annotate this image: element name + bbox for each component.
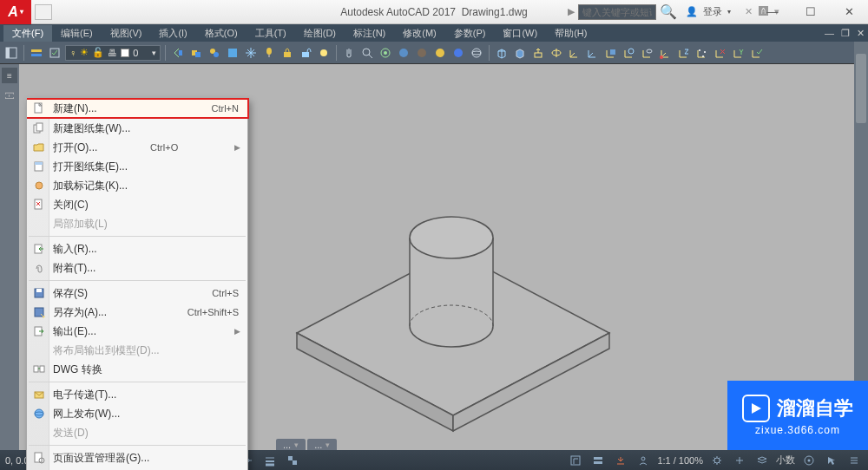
ucs-object-button[interactable] — [621, 45, 637, 61]
search-input[interactable] — [578, 4, 656, 20]
doc-close-icon[interactable]: ✕ — [857, 28, 865, 39]
app-logo[interactable]: A — [0, 0, 31, 24]
layer-iso-button[interactable] — [225, 45, 240, 61]
layer-previous-button[interactable] — [170, 45, 186, 61]
transparency-toggle[interactable] — [284, 453, 301, 468]
revolve-button[interactable] — [549, 45, 564, 61]
ucs-origin-button[interactable] — [658, 45, 674, 61]
render-button[interactable] — [396, 45, 411, 61]
box2-button[interactable] — [512, 45, 528, 61]
menu-insert[interactable]: 插入(I) — [150, 25, 195, 42]
svg-line-17 — [369, 55, 372, 58]
workspace-icon[interactable] — [612, 453, 629, 468]
gear-icon[interactable] — [708, 453, 726, 468]
svg-point-30 — [628, 49, 634, 54]
zoom-button[interactable] — [359, 45, 375, 61]
orbit-button[interactable] — [378, 45, 393, 61]
ucs-prev-button[interactable] — [585, 45, 601, 61]
menu-item-import[interactable]: 输入(R)... — [27, 239, 247, 258]
layer-dropdown[interactable]: ♀ ☀ 🔓 🖶 0 ▾ — [65, 45, 161, 61]
ucs-face-button[interactable] — [603, 45, 619, 61]
menu-item-open-sheetset[interactable]: 打开图纸集(E)... — [27, 157, 247, 176]
menu-draw[interactable]: 绘图(D) — [295, 25, 345, 42]
menu-item-close[interactable]: 关闭(C) — [27, 195, 247, 214]
menu-item-dwg-convert[interactable]: DWG 转换 — [27, 360, 247, 379]
layer-tools-button[interactable] — [207, 45, 222, 61]
quickprops-toggle[interactable] — [589, 453, 607, 468]
ucs-world-button[interactable] — [567, 45, 582, 61]
svg-marker-100 — [752, 403, 761, 414]
minimize-button[interactable]: — — [753, 1, 792, 23]
box-button[interactable] — [494, 45, 510, 61]
wireframe-button[interactable] — [469, 45, 484, 61]
ucs-apply-button[interactable] — [749, 45, 765, 61]
start-tab[interactable]: [-] — [5, 92, 15, 100]
solid-button[interactable] — [414, 45, 430, 61]
doc-restore-icon[interactable]: ❐ — [841, 28, 850, 39]
menu-item-attach[interactable]: 附着(T)... — [27, 258, 247, 277]
lineweight-toggle[interactable] — [261, 453, 279, 468]
vertical-scrollbar[interactable] — [854, 42, 868, 433]
menu-file[interactable]: 文件(F) — [3, 25, 52, 42]
menu-item-save[interactable]: 保存(S) Ctrl+S — [27, 284, 247, 303]
toggle-panel-button[interactable] — [3, 45, 19, 61]
extrude-button[interactable] — [530, 45, 546, 61]
layer-freeze-button[interactable] — [243, 45, 259, 61]
layer-states-button[interactable] — [47, 45, 62, 61]
menu-format[interactable]: 格式(O) — [196, 25, 247, 42]
layer-off-button[interactable] — [261, 45, 277, 61]
sc-toggle[interactable] — [567, 453, 584, 468]
pan-button[interactable] — [341, 45, 357, 61]
export-icon — [30, 324, 48, 338]
menu-item-web-publish[interactable]: 网上发布(W)... — [27, 404, 247, 423]
menu-item-etransmit[interactable]: 电子传递(T)... — [27, 385, 247, 404]
help-search[interactable]: ▶ 🔍 — [568, 3, 677, 20]
ucs-view-button[interactable] — [640, 45, 655, 61]
menu-modify[interactable]: 修改(M) — [394, 25, 445, 42]
menu-item-open[interactable]: 打开(O)... Ctrl+O ▶ — [27, 138, 247, 157]
maximize-button[interactable]: ☐ — [792, 1, 830, 23]
plus-icon[interactable] — [731, 453, 748, 468]
menu-parametric[interactable]: 参数(P) — [445, 25, 495, 42]
qat-dropdown[interactable] — [35, 4, 52, 20]
account-area[interactable]: 👤 登录 ▾ — [686, 5, 731, 18]
menu-item-load-markup[interactable]: 加载标记集(K)... — [27, 176, 247, 195]
target-icon[interactable] — [800, 453, 818, 468]
annotation-scale[interactable]: 1:1 / 100% — [657, 455, 703, 466]
menu-item-page-setup[interactable]: 页面设置管理器(G)... — [27, 448, 247, 467]
menu-three-lines-icon[interactable] — [845, 453, 863, 468]
layer-thaw-button[interactable] — [316, 45, 332, 61]
close-button[interactable]: ✕ — [830, 1, 868, 23]
aperson-icon[interactable] — [635, 453, 652, 468]
layer-properties-button[interactable] — [29, 45, 44, 61]
menu-edit[interactable]: 编辑(E) — [52, 25, 102, 42]
ucs-x-button[interactable] — [713, 45, 728, 61]
sphere-yellow-button[interactable] — [432, 45, 448, 61]
ucs-z-button[interactable] — [676, 45, 692, 61]
layer-match-button[interactable] — [188, 45, 204, 61]
layers-icon[interactable] — [753, 453, 771, 468]
menu-item-new[interactable]: 新建(N)... Ctrl+N — [27, 98, 249, 119]
cursor-icon[interactable] — [823, 453, 840, 468]
svg-point-55 — [35, 409, 43, 418]
ucs-y-button[interactable] — [731, 45, 746, 61]
layer-unlock-button[interactable] — [298, 45, 313, 61]
menu-window[interactable]: 窗口(W) — [494, 25, 546, 42]
menu-dimension[interactable]: 标注(N) — [345, 25, 394, 42]
window-title: Autodesk AutoCAD 2017 Drawing1.dwg — [340, 6, 527, 18]
doc-minimize-icon[interactable]: — — [825, 28, 834, 39]
ucs-3point-button[interactable] — [694, 45, 710, 61]
sphere-blue-button[interactable] — [450, 45, 466, 61]
menu-tools[interactable]: 工具(T) — [247, 25, 295, 42]
layout-tab-1[interactable]: ...▾ — [276, 439, 306, 451]
menu-item-export[interactable]: 输出(E)... ▶ — [27, 322, 247, 341]
home-button[interactable]: ≡ — [2, 68, 17, 83]
layout-tab-2[interactable]: ...▾ — [307, 439, 337, 451]
units-label[interactable]: 小数 — [776, 454, 795, 467]
menu-help[interactable]: 帮助(H) — [546, 25, 595, 42]
layer-lock-button[interactable] — [279, 45, 295, 61]
menu-item-new-sheetset[interactable]: 新建图纸集(W)... — [27, 119, 247, 138]
menu-item-save-as[interactable]: 另存为(A)... Ctrl+Shift+S — [27, 303, 247, 322]
menu-view[interactable]: 视图(V) — [102, 25, 151, 42]
search-icon[interactable]: 🔍 — [660, 3, 677, 20]
